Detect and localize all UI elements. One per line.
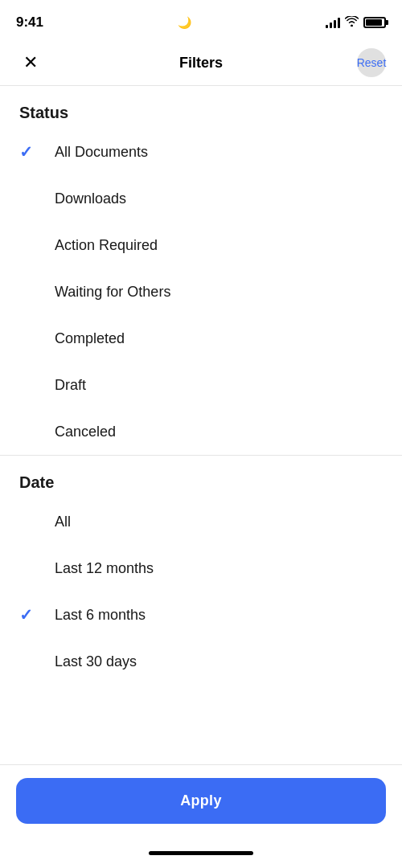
filter-item-completed[interactable]: ✓ Completed [0,315,402,362]
filter-item-last-30-days[interactable]: ✓ Last 30 days [0,638,402,685]
reset-button[interactable]: Reset [357,48,386,77]
filter-label-downloads: Downloads [55,190,126,207]
filter-label-draft: Draft [55,377,86,394]
signal-bars-icon [326,17,340,28]
filter-item-draft[interactable]: ✓ Draft [0,362,402,408]
filter-item-last-6-months[interactable]: ✓ Last 6 months [0,592,402,638]
filter-label-canceled: Canceled [55,424,116,440]
filter-label-all-documents: All Documents [55,144,148,161]
bottom-section: Apply [0,764,402,868]
filter-item-action-required[interactable]: ✓ Action Required [0,222,402,268]
filter-label-last-30-days: Last 30 days [55,653,137,670]
filter-item-all-documents[interactable]: ✓ All Documents [0,129,402,175]
wifi-icon [345,16,359,29]
apply-button[interactable]: Apply [16,778,386,824]
status-icons [326,16,386,29]
filter-item-canceled[interactable]: ✓ Canceled [0,408,402,455]
close-button[interactable]: ✕ [16,48,45,77]
filter-label-action-required: Action Required [55,237,158,254]
status-section-header: Status [0,86,402,129]
filter-label-completed: Completed [55,330,125,347]
moon-icon: 🌙 [178,16,191,29]
checkmark-last-6-months: ✓ [19,605,42,624]
filter-item-waiting-for-others[interactable]: ✓ Waiting for Others [0,268,402,315]
filter-label-last-6-months: Last 6 months [55,607,146,624]
checkmark-all-documents: ✓ [19,142,42,162]
filter-item-all-dates[interactable]: ✓ All [0,498,402,545]
home-bar [149,851,253,855]
filter-content: Status ✓ All Documents ✓ Downloads ✓ Act… [0,86,402,685]
filter-item-downloads[interactable]: ✓ Downloads [0,175,402,222]
battery-icon [363,17,386,28]
status-bar: 9:41 🌙 [0,0,402,40]
page-title: Filters [179,55,223,72]
filter-item-last-12-months[interactable]: ✓ Last 12 months [0,545,402,592]
home-indicator [0,843,402,868]
filter-label-waiting-for-others: Waiting for Others [55,284,170,301]
nav-bar: ✕ Filters Reset [0,40,402,85]
date-section-header: Date [0,456,402,498]
apply-container: Apply [0,764,402,843]
filter-label-all-dates: All [55,514,71,530]
filter-label-last-12-months: Last 12 months [55,560,154,577]
status-time: 9:41 [16,14,43,31]
